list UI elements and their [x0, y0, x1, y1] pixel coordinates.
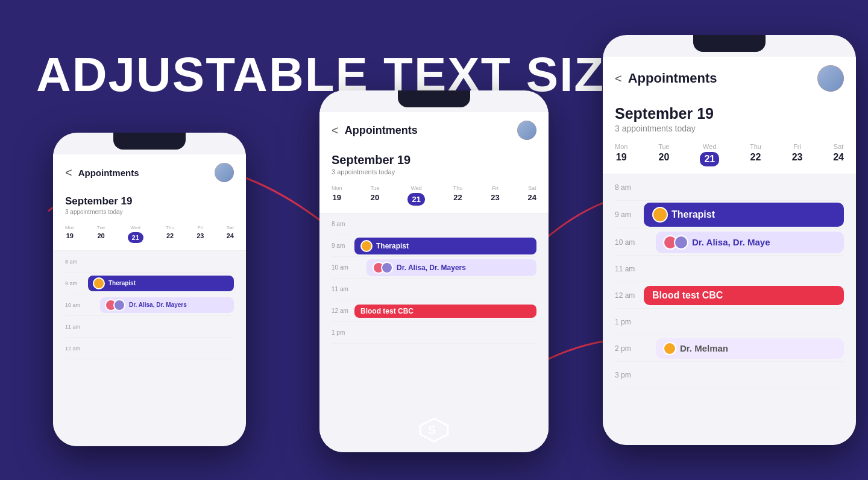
therapist-avatar-small	[93, 277, 105, 289]
doctors-avatar-group-small	[105, 299, 125, 311]
week-day-thu[interactable]: Thu 22	[166, 225, 174, 243]
week-day-fri-l[interactable]: Fri 23	[792, 143, 803, 166]
date-main-large: September 19	[615, 105, 844, 122]
appt-therapist-large[interactable]: Therapist	[644, 203, 844, 227]
app-header-medium: < Appointments	[319, 112, 549, 146]
week-day-sat-l[interactable]: Sat 24	[833, 143, 844, 166]
phone-medium: < Appointments September 19 3 appointmen…	[319, 90, 549, 452]
app-title-small: Appointments	[78, 168, 215, 178]
app-header-small: < Appointments	[53, 154, 246, 188]
week-day-tue-l[interactable]: Tue 20	[658, 143, 670, 166]
doctors-avatar-group-medium	[373, 262, 393, 274]
brand-logo: S	[419, 417, 449, 456]
schedule-row-8am-s: 8 am	[65, 251, 234, 273]
date-main-small: September 19	[65, 195, 234, 207]
phone-large: < Appointments September 19 3 appointmen…	[603, 35, 856, 445]
schedule-row-12am-l: 12 am Blood test CBC	[615, 282, 844, 309]
date-section-small: September 19 3 appointments today	[53, 188, 246, 220]
therapist-avatar-medium	[360, 240, 373, 252]
week-day-fri-m[interactable]: Fri 23	[491, 185, 499, 206]
schedule-row-11am-m: 11 am	[332, 279, 536, 300]
schedule-row-3pm-l: 3 pm	[615, 362, 844, 388]
date-main-medium: September 19	[332, 153, 536, 167]
melman-avatar-large	[663, 342, 676, 355]
phone-small: < Appointments September 19 3 appointmen…	[53, 133, 246, 446]
schedule-row-10am-l: 10 am Dr. Alisa, Dr. Maye	[615, 229, 844, 256]
appt-therapist-medium[interactable]: Therapist	[354, 238, 536, 254]
week-calendar-large: Mon 19 Tue 20 Wed 21 Thu 22 Fri 23 Sat 2…	[603, 138, 856, 174]
schedule-row-9am-s: 9 am Therapist	[65, 273, 234, 294]
appt-dr-melman-large[interactable]: Dr. Melman	[656, 338, 844, 359]
week-day-thu-l[interactable]: Thu 22	[750, 143, 761, 166]
week-day-tue[interactable]: Tue 20	[97, 225, 105, 243]
back-button-medium[interactable]: <	[332, 124, 339, 137]
appt-doctors-large[interactable]: Dr. Alisa, Dr. Maye	[656, 232, 844, 253]
app-title-medium: Appointments	[345, 124, 517, 137]
week-calendar-small: Mon 19 Tue 20 Wed 21 Thu 22 Fri 23 Sat 2…	[53, 220, 246, 251]
schedule-row-8am-m: 8 am	[332, 213, 536, 235]
week-day-sat[interactable]: Sat 24	[227, 225, 234, 243]
app-header-large: < Appointments	[603, 57, 856, 98]
back-button-large[interactable]: <	[615, 72, 622, 86]
week-day-tue-m[interactable]: Tue 20	[370, 185, 379, 206]
schedule-row-9am-l: 9 am Therapist	[615, 201, 844, 229]
week-day-mon[interactable]: Mon 19	[65, 225, 75, 243]
week-day-wed-active-l[interactable]: Wed 21	[700, 143, 719, 166]
date-sub-medium: 3 appointments today	[332, 168, 536, 175]
doctors-avatar-group-large	[663, 235, 688, 250]
app-title-large: Appointments	[628, 71, 817, 86]
schedule-row-11am-l: 11 am	[615, 256, 844, 282]
svg-text:S: S	[428, 423, 436, 437]
schedule-row-1pm-m: 1 pm	[332, 322, 536, 344]
week-day-thu-m[interactable]: Thu 22	[453, 185, 463, 206]
appt-blood-medium[interactable]: Blood test CBC	[354, 305, 536, 318]
schedule-small: 8 am 9 am Therapist 10 am Dr. Alisa, Dr.…	[53, 251, 246, 359]
week-day-fri[interactable]: Fri 23	[197, 225, 204, 243]
week-day-mon-m[interactable]: Mon 19	[332, 185, 342, 206]
date-sub-small: 3 appointments today	[65, 209, 234, 215]
week-day-wed-active[interactable]: Wed 21	[128, 225, 143, 243]
schedule-row-10am-m: 10 am Dr. Alisa, Dr. Mayers	[332, 257, 536, 279]
avatar-large	[817, 65, 844, 92]
appt-therapist-small[interactable]: Therapist	[88, 276, 234, 291]
appt-doctors-small[interactable]: Dr. Alisa, Dr. Mayers	[100, 297, 234, 313]
schedule-row-12am-m: 12 am Blood test CBC	[332, 300, 536, 322]
week-day-wed-active-m[interactable]: Wed 21	[407, 185, 424, 206]
schedule-row-9am-m: 9 am Therapist	[332, 235, 536, 257]
back-button-small[interactable]: <	[65, 166, 72, 180]
schedule-row-8am-l: 8 am	[615, 174, 844, 201]
date-section-medium: September 19 3 appointments today	[319, 146, 549, 180]
appt-doctors-medium[interactable]: Dr. Alisa, Dr. Mayers	[366, 259, 536, 276]
week-day-sat-m[interactable]: Sat 24	[528, 185, 536, 206]
week-day-mon-l[interactable]: Mon 19	[615, 143, 627, 166]
week-calendar-medium: Mon 19 Tue 20 Wed 21 Thu 22 Fri 23 Sat 2…	[319, 180, 549, 213]
schedule-row-2pm-l: 2 pm Dr. Melman	[615, 335, 844, 362]
schedule-medium: 8 am 9 am Therapist 10 am Dr. Alisa, Dr.…	[319, 213, 549, 344]
date-section-large: September 19 3 appointments today	[603, 98, 856, 138]
schedule-row-1pm-l: 1 pm	[615, 309, 844, 335]
avatar-medium	[517, 121, 536, 140]
schedule-row-10am-s: 10 am Dr. Alisa, Dr. Mayers	[65, 294, 234, 316]
therapist-avatar-large	[652, 207, 668, 223]
schedule-row-11am-s: 11 am	[65, 316, 234, 338]
avatar-small	[215, 163, 234, 182]
date-sub-large: 3 appointments today	[615, 124, 844, 133]
schedule-row-12am-s: 12 am	[65, 338, 234, 359]
appt-blood-large[interactable]: Blood test CBC	[644, 286, 844, 305]
schedule-large: 8 am 9 am Therapist 10 am Dr. Alisa, Dr.…	[603, 174, 856, 388]
